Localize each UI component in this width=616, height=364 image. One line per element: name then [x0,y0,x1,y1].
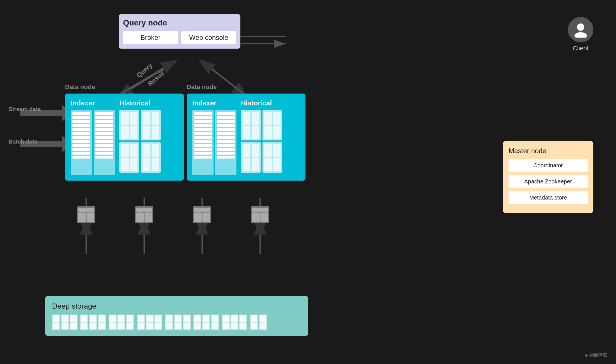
db-icon-right-indexer [193,206,211,223]
indexer-right-table-2 [215,110,236,175]
historical-grids-1 [119,110,139,173]
query-node-inner: Broker Web console [123,31,236,44]
watermark-text: 创新互联 [589,353,608,358]
historical-grids-2 [141,110,161,173]
storage-group-1 [52,315,77,330]
watermark: ⚙ 创新互联 [585,352,608,358]
indexer-right: Indexer [192,99,236,175]
diagram-container: Query Result Query node Broker Web conso… [0,0,616,364]
storage-group-6 [193,315,219,330]
historical-left-title: Historical [119,99,161,107]
indexer-table-1 [71,110,92,175]
master-node: Master node Coordinator Apache Zookeeper… [503,141,593,213]
svg-text:Query: Query [135,62,154,79]
data-node-right-label: Data node [187,83,305,91]
data-node-left-label: Data node [65,83,184,91]
storage-group-3 [109,315,134,330]
data-node-right: Data node Indexer [187,83,305,181]
historical-left: Historical [119,99,161,175]
query-node-title: Query node [123,18,236,27]
storage-group-8 [250,315,267,330]
zookeeper-box: Apache Zookeeper [509,175,588,188]
data-node-right-box: Indexer [187,94,305,181]
indexer-table-2 [94,110,115,175]
metadata-box: Metadata store [509,191,588,204]
db-icon-left-indexer [77,206,95,223]
svg-point-23 [574,32,587,38]
client-icon [568,17,593,42]
deep-storage-title: Deep storage [52,302,301,311]
storage-group-5 [165,315,191,330]
data-node-left-box: Indexer [65,94,184,181]
historical-right-title: Historical [241,99,282,107]
db-icon-right-historical [251,206,269,223]
storage-grid [52,315,301,330]
historical-right: Historical [241,99,282,175]
data-node-left: Data node Indexer [65,83,184,181]
indexer-right-table-1 [192,110,214,175]
storage-group-2 [80,315,106,330]
stream-data-label: Stream data [8,106,41,112]
storage-group-7 [222,315,247,330]
svg-point-22 [577,23,584,31]
master-node-title: Master node [509,147,588,155]
indexer-left-title: Indexer [71,99,115,107]
indexer-left: Indexer [71,99,115,175]
client-area: Client [568,17,593,52]
historical-right-grids-1 [241,110,261,173]
historical-right-grids-2 [262,110,282,173]
deep-storage: Deep storage [45,296,308,336]
indexer-right-title: Indexer [192,99,236,107]
coordinator-box: Coordinator [509,159,588,172]
query-node: Query node Broker Web console [119,14,240,49]
db-icon-left-historical [135,206,153,223]
batch-data-label: Batch data [8,138,37,145]
broker-box: Broker [123,31,178,44]
storage-group-4 [137,315,162,330]
web-console-box: Web console [181,31,236,44]
client-label: Client [568,45,593,52]
